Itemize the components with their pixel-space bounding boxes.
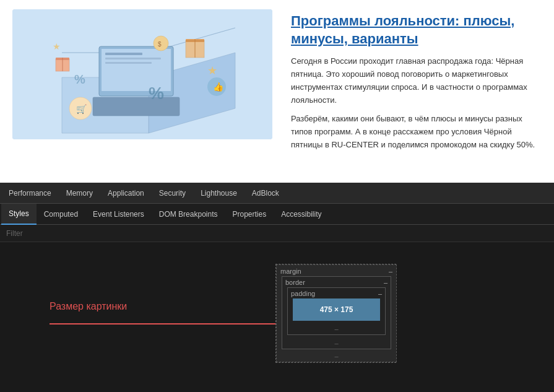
article-paragraph-2: Разберём, какими они бывают, в чём плюсы… xyxy=(291,113,542,151)
padding-label: padding – xyxy=(288,288,385,297)
tab-lighthouse[interactable]: Lighthouse xyxy=(193,183,245,204)
border-dash: – xyxy=(384,279,387,286)
article-section: % % ★ ★ 👍 $ 🛒 Программы лоял xyxy=(0,0,554,183)
svg-text:🛒: 🛒 xyxy=(76,104,87,115)
border-bottom-dash: – xyxy=(282,338,391,349)
subtab-dom-breakpoints[interactable]: DOM Breakpoints xyxy=(152,204,225,225)
svg-rect-6 xyxy=(105,53,142,55)
article-title[interactable]: Программы лояльности: плюсы, минусы, вар… xyxy=(291,12,542,48)
margin-bottom-dash: – xyxy=(277,351,396,362)
border-label: border – xyxy=(282,277,391,286)
tab-memory[interactable]: Memory xyxy=(59,183,100,204)
box-model-area: Размер картинки margin – border – padd xyxy=(0,242,554,392)
devtools-main-tabs: Performance Memory Application Security … xyxy=(0,183,554,204)
article-text: Программы лояльности: плюсы, минусы, вар… xyxy=(291,9,542,158)
filter-bar[interactable] xyxy=(0,225,554,242)
svg-rect-9 xyxy=(93,97,180,116)
padding-bottom-dash: – xyxy=(288,323,385,334)
border-box: border – padding – 475 × 175 – xyxy=(282,276,391,349)
box-model-diagram: margin – border – padding – 475 xyxy=(275,264,396,363)
padding-dash: – xyxy=(378,290,382,297)
margin-label: margin – xyxy=(277,265,396,275)
svg-text:%: % xyxy=(149,84,164,103)
padding-text: padding xyxy=(291,290,315,297)
svg-text:★: ★ xyxy=(53,41,61,51)
red-label: Размер картинки xyxy=(50,301,127,312)
filter-input[interactable] xyxy=(6,229,548,238)
tab-application[interactable]: Application xyxy=(100,183,152,204)
subtab-computed[interactable]: Computed xyxy=(37,204,85,225)
article-paragraph-1: Сегодня в России проходит главная распро… xyxy=(291,55,542,107)
svg-rect-8 xyxy=(105,62,152,64)
margin-text: margin xyxy=(280,268,301,275)
svg-text:$: $ xyxy=(158,41,162,48)
content-size-box: 475 × 175 xyxy=(293,298,380,321)
subtab-event-listeners[interactable]: Event Listeners xyxy=(85,204,152,225)
article-image: % % ★ ★ 👍 $ 🛒 xyxy=(12,9,272,139)
border-text: border xyxy=(285,279,305,286)
tab-adblock[interactable]: AdBlock xyxy=(245,183,287,204)
tab-security[interactable]: Security xyxy=(152,183,193,204)
tab-performance[interactable]: Performance xyxy=(1,183,59,204)
svg-text:★: ★ xyxy=(207,64,217,77)
margin-dash: – xyxy=(389,268,392,275)
svg-text:👍: 👍 xyxy=(213,82,224,92)
subtab-properties[interactable]: Properties xyxy=(225,204,274,225)
arrow-indicator xyxy=(50,320,314,328)
subtab-accessibility[interactable]: Accessibility xyxy=(274,204,329,225)
article-body: Сегодня в России проходит главная распро… xyxy=(291,55,542,152)
margin-box: margin – border – padding – 475 xyxy=(276,264,397,362)
arrow-line xyxy=(50,323,306,324)
svg-text:%: % xyxy=(74,72,85,86)
devtools-sub-tabs: Styles Computed Event Listeners DOM Brea… xyxy=(0,204,554,225)
subtab-styles[interactable]: Styles xyxy=(1,204,37,225)
content-dimensions: 475 × 175 xyxy=(320,305,353,314)
padding-box: padding – 475 × 175 – xyxy=(287,287,386,335)
svg-rect-7 xyxy=(105,58,161,59)
